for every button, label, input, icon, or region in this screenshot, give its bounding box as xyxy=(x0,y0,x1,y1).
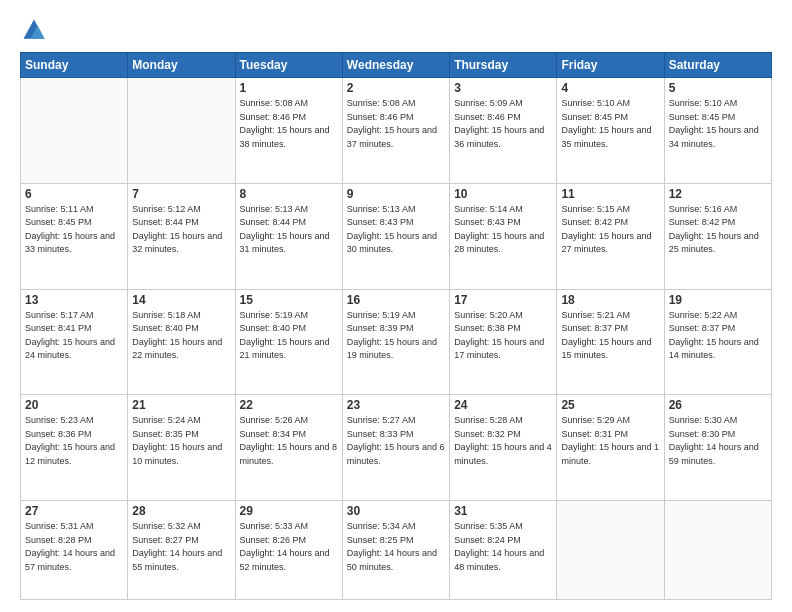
calendar-cell: 6Sunrise: 5:11 AMSunset: 8:45 PMDaylight… xyxy=(21,183,128,289)
day-number: 8 xyxy=(240,187,338,201)
calendar-cell: 24Sunrise: 5:28 AMSunset: 8:32 PMDayligh… xyxy=(450,395,557,501)
day-info: Sunrise: 5:34 AMSunset: 8:25 PMDaylight:… xyxy=(347,520,445,574)
col-saturday: Saturday xyxy=(664,53,771,78)
day-info: Sunrise: 5:08 AMSunset: 8:46 PMDaylight:… xyxy=(240,97,338,151)
calendar-cell: 11Sunrise: 5:15 AMSunset: 8:42 PMDayligh… xyxy=(557,183,664,289)
day-number: 11 xyxy=(561,187,659,201)
day-number: 5 xyxy=(669,81,767,95)
calendar-cell: 22Sunrise: 5:26 AMSunset: 8:34 PMDayligh… xyxy=(235,395,342,501)
day-info: Sunrise: 5:15 AMSunset: 8:42 PMDaylight:… xyxy=(561,203,659,257)
calendar-cell: 14Sunrise: 5:18 AMSunset: 8:40 PMDayligh… xyxy=(128,289,235,395)
logo xyxy=(20,16,52,44)
day-info: Sunrise: 5:13 AMSunset: 8:43 PMDaylight:… xyxy=(347,203,445,257)
day-number: 20 xyxy=(25,398,123,412)
col-friday: Friday xyxy=(557,53,664,78)
day-number: 22 xyxy=(240,398,338,412)
day-info: Sunrise: 5:30 AMSunset: 8:30 PMDaylight:… xyxy=(669,414,767,468)
calendar-cell: 3Sunrise: 5:09 AMSunset: 8:46 PMDaylight… xyxy=(450,78,557,184)
calendar-cell: 4Sunrise: 5:10 AMSunset: 8:45 PMDaylight… xyxy=(557,78,664,184)
calendar-cell: 29Sunrise: 5:33 AMSunset: 8:26 PMDayligh… xyxy=(235,501,342,600)
day-number: 10 xyxy=(454,187,552,201)
calendar-cell: 20Sunrise: 5:23 AMSunset: 8:36 PMDayligh… xyxy=(21,395,128,501)
col-sunday: Sunday xyxy=(21,53,128,78)
calendar-cell: 18Sunrise: 5:21 AMSunset: 8:37 PMDayligh… xyxy=(557,289,664,395)
day-info: Sunrise: 5:31 AMSunset: 8:28 PMDaylight:… xyxy=(25,520,123,574)
day-number: 19 xyxy=(669,293,767,307)
day-info: Sunrise: 5:21 AMSunset: 8:37 PMDaylight:… xyxy=(561,309,659,363)
day-info: Sunrise: 5:27 AMSunset: 8:33 PMDaylight:… xyxy=(347,414,445,468)
day-info: Sunrise: 5:19 AMSunset: 8:40 PMDaylight:… xyxy=(240,309,338,363)
day-number: 4 xyxy=(561,81,659,95)
day-number: 31 xyxy=(454,504,552,518)
calendar-cell: 30Sunrise: 5:34 AMSunset: 8:25 PMDayligh… xyxy=(342,501,449,600)
col-monday: Monday xyxy=(128,53,235,78)
logo-icon xyxy=(20,16,48,44)
day-info: Sunrise: 5:33 AMSunset: 8:26 PMDaylight:… xyxy=(240,520,338,574)
calendar-cell: 31Sunrise: 5:35 AMSunset: 8:24 PMDayligh… xyxy=(450,501,557,600)
day-info: Sunrise: 5:19 AMSunset: 8:39 PMDaylight:… xyxy=(347,309,445,363)
calendar-cell xyxy=(21,78,128,184)
day-number: 23 xyxy=(347,398,445,412)
day-number: 15 xyxy=(240,293,338,307)
calendar-cell: 23Sunrise: 5:27 AMSunset: 8:33 PMDayligh… xyxy=(342,395,449,501)
day-info: Sunrise: 5:16 AMSunset: 8:42 PMDaylight:… xyxy=(669,203,767,257)
day-number: 26 xyxy=(669,398,767,412)
col-tuesday: Tuesday xyxy=(235,53,342,78)
day-number: 12 xyxy=(669,187,767,201)
calendar-cell: 15Sunrise: 5:19 AMSunset: 8:40 PMDayligh… xyxy=(235,289,342,395)
calendar-table: Sunday Monday Tuesday Wednesday Thursday… xyxy=(20,52,772,600)
day-info: Sunrise: 5:11 AMSunset: 8:45 PMDaylight:… xyxy=(25,203,123,257)
calendar-cell: 21Sunrise: 5:24 AMSunset: 8:35 PMDayligh… xyxy=(128,395,235,501)
day-info: Sunrise: 5:35 AMSunset: 8:24 PMDaylight:… xyxy=(454,520,552,574)
day-number: 9 xyxy=(347,187,445,201)
calendar-header-row: Sunday Monday Tuesday Wednesday Thursday… xyxy=(21,53,772,78)
calendar-cell: 7Sunrise: 5:12 AMSunset: 8:44 PMDaylight… xyxy=(128,183,235,289)
day-info: Sunrise: 5:10 AMSunset: 8:45 PMDaylight:… xyxy=(561,97,659,151)
day-info: Sunrise: 5:12 AMSunset: 8:44 PMDaylight:… xyxy=(132,203,230,257)
day-number: 28 xyxy=(132,504,230,518)
day-info: Sunrise: 5:17 AMSunset: 8:41 PMDaylight:… xyxy=(25,309,123,363)
calendar-cell: 13Sunrise: 5:17 AMSunset: 8:41 PMDayligh… xyxy=(21,289,128,395)
day-number: 3 xyxy=(454,81,552,95)
day-number: 6 xyxy=(25,187,123,201)
col-thursday: Thursday xyxy=(450,53,557,78)
day-number: 2 xyxy=(347,81,445,95)
day-info: Sunrise: 5:26 AMSunset: 8:34 PMDaylight:… xyxy=(240,414,338,468)
day-number: 30 xyxy=(347,504,445,518)
day-number: 13 xyxy=(25,293,123,307)
calendar-cell: 5Sunrise: 5:10 AMSunset: 8:45 PMDaylight… xyxy=(664,78,771,184)
page: Sunday Monday Tuesday Wednesday Thursday… xyxy=(0,0,792,612)
calendar-cell: 27Sunrise: 5:31 AMSunset: 8:28 PMDayligh… xyxy=(21,501,128,600)
day-info: Sunrise: 5:10 AMSunset: 8:45 PMDaylight:… xyxy=(669,97,767,151)
header xyxy=(20,16,772,44)
day-number: 1 xyxy=(240,81,338,95)
day-info: Sunrise: 5:13 AMSunset: 8:44 PMDaylight:… xyxy=(240,203,338,257)
calendar-cell: 25Sunrise: 5:29 AMSunset: 8:31 PMDayligh… xyxy=(557,395,664,501)
day-number: 18 xyxy=(561,293,659,307)
day-number: 27 xyxy=(25,504,123,518)
day-info: Sunrise: 5:22 AMSunset: 8:37 PMDaylight:… xyxy=(669,309,767,363)
day-info: Sunrise: 5:24 AMSunset: 8:35 PMDaylight:… xyxy=(132,414,230,468)
calendar-cell: 26Sunrise: 5:30 AMSunset: 8:30 PMDayligh… xyxy=(664,395,771,501)
day-info: Sunrise: 5:29 AMSunset: 8:31 PMDaylight:… xyxy=(561,414,659,468)
day-number: 14 xyxy=(132,293,230,307)
calendar-cell: 16Sunrise: 5:19 AMSunset: 8:39 PMDayligh… xyxy=(342,289,449,395)
calendar-cell: 10Sunrise: 5:14 AMSunset: 8:43 PMDayligh… xyxy=(450,183,557,289)
calendar-cell: 19Sunrise: 5:22 AMSunset: 8:37 PMDayligh… xyxy=(664,289,771,395)
day-info: Sunrise: 5:18 AMSunset: 8:40 PMDaylight:… xyxy=(132,309,230,363)
calendar-cell: 9Sunrise: 5:13 AMSunset: 8:43 PMDaylight… xyxy=(342,183,449,289)
calendar-cell: 1Sunrise: 5:08 AMSunset: 8:46 PMDaylight… xyxy=(235,78,342,184)
calendar-cell: 17Sunrise: 5:20 AMSunset: 8:38 PMDayligh… xyxy=(450,289,557,395)
day-number: 17 xyxy=(454,293,552,307)
day-number: 29 xyxy=(240,504,338,518)
calendar-cell xyxy=(664,501,771,600)
calendar-cell: 28Sunrise: 5:32 AMSunset: 8:27 PMDayligh… xyxy=(128,501,235,600)
day-info: Sunrise: 5:32 AMSunset: 8:27 PMDaylight:… xyxy=(132,520,230,574)
calendar-cell: 2Sunrise: 5:08 AMSunset: 8:46 PMDaylight… xyxy=(342,78,449,184)
calendar-cell xyxy=(128,78,235,184)
day-number: 16 xyxy=(347,293,445,307)
calendar-cell xyxy=(557,501,664,600)
day-info: Sunrise: 5:08 AMSunset: 8:46 PMDaylight:… xyxy=(347,97,445,151)
day-number: 7 xyxy=(132,187,230,201)
day-info: Sunrise: 5:23 AMSunset: 8:36 PMDaylight:… xyxy=(25,414,123,468)
